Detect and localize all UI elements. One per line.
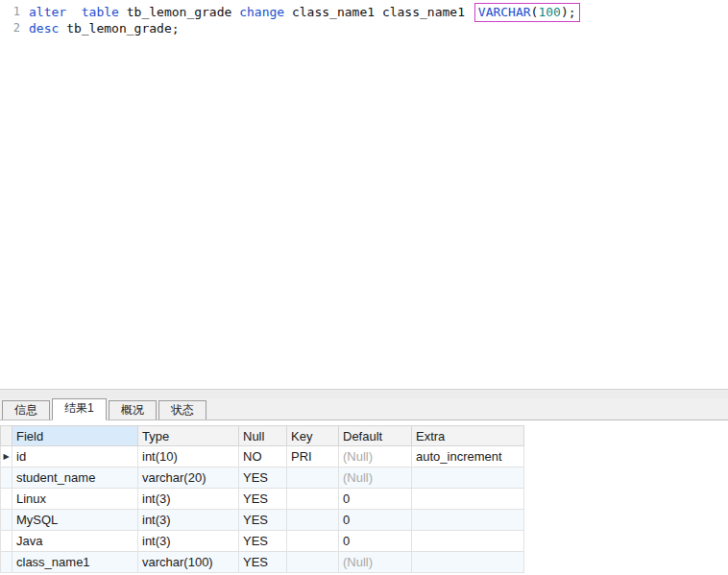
- code-text: desc tb_lemon_grade;: [29, 20, 180, 36]
- grid-cell[interactable]: 0: [339, 510, 412, 531]
- column-header-null[interactable]: Null: [239, 426, 287, 446]
- grid-cell[interactable]: YES: [239, 467, 287, 489]
- row-indicator: [1, 489, 12, 510]
- grid-cell[interactable]: [412, 531, 524, 552]
- header-row: FieldTypeNullKeyDefaultExtra: [1, 426, 524, 446]
- grid-cell[interactable]: YES: [239, 531, 287, 552]
- code-token: desc: [29, 21, 59, 36]
- grid-cell[interactable]: int(3): [138, 531, 239, 552]
- grid-cell[interactable]: [287, 467, 339, 489]
- grid-cell[interactable]: YES: [239, 510, 287, 531]
- code-token: table: [82, 5, 119, 19]
- code-token: tb_lemon_grade: [119, 5, 239, 19]
- grid-cell[interactable]: (Null): [339, 467, 412, 489]
- code-token: class_name1 class_name1: [284, 5, 473, 19]
- column-header-default[interactable]: Default: [339, 426, 412, 446]
- results-tabbar: 信息 结果1 概况 状态: [0, 398, 728, 420]
- grid-cell[interactable]: MySQL: [12, 510, 138, 531]
- table-row[interactable]: Javaint(3)YES0: [1, 531, 524, 552]
- column-header-extra[interactable]: Extra: [412, 426, 524, 446]
- grid-cell[interactable]: class_name1: [12, 552, 138, 573]
- tab-info[interactable]: 信息: [2, 400, 50, 419]
- table-row[interactable]: class_name1varchar(100)YES(Null): [1, 552, 524, 573]
- grid-cell[interactable]: [412, 510, 524, 531]
- grid-cell[interactable]: [412, 467, 524, 489]
- code-token: ;: [569, 5, 576, 19]
- column-header-field[interactable]: Field: [12, 426, 138, 446]
- grid-cell[interactable]: [287, 531, 339, 552]
- code-text: alter table tb_lemon_grade change class_…: [29, 4, 580, 20]
- sql-client-window: 1alter table tb_lemon_grade change class…: [0, 0, 728, 575]
- grid-cell[interactable]: int(10): [138, 446, 239, 467]
- line-number: 2: [0, 20, 29, 36]
- tab-profile[interactable]: 概况: [109, 400, 157, 419]
- grid-cell[interactable]: Java: [12, 531, 138, 552]
- table-row[interactable]: ▶idint(10)NOPRI(Null)auto_increment: [1, 446, 524, 467]
- column-header-key[interactable]: Key: [287, 426, 339, 446]
- row-indicator: [1, 510, 12, 531]
- grid-cell[interactable]: varchar(100): [138, 552, 239, 573]
- row-indicator: [1, 552, 12, 573]
- code-token: 100: [538, 5, 560, 19]
- table-row[interactable]: MySQLint(3)YES0: [1, 510, 524, 531]
- grid-cell[interactable]: auto_increment: [412, 446, 524, 467]
- results-table: FieldTypeNullKeyDefaultExtra▶idint(10)NO…: [0, 425, 524, 573]
- table-row[interactable]: Linuxint(3)YES0: [1, 489, 524, 510]
- grid-cell[interactable]: [287, 510, 339, 531]
- grid-cell[interactable]: PRI: [287, 446, 339, 467]
- code-token: ): [561, 5, 569, 19]
- grid-cell[interactable]: YES: [239, 552, 287, 573]
- code-token: change: [239, 5, 284, 19]
- grid-cell[interactable]: [412, 552, 524, 573]
- grid-cell[interactable]: YES: [239, 489, 287, 510]
- sql-editor[interactable]: 1alter table tb_lemon_grade change class…: [0, 0, 728, 389]
- grid-cell[interactable]: (Null): [339, 446, 412, 467]
- grid-cell[interactable]: id: [12, 446, 138, 467]
- code-token: alter: [29, 5, 66, 19]
- indicator-header: [1, 426, 12, 446]
- grid-cell[interactable]: [412, 489, 524, 510]
- grid-cell[interactable]: varchar(20): [138, 467, 239, 489]
- column-header-type[interactable]: Type: [138, 426, 239, 446]
- editor-line[interactable]: 2desc tb_lemon_grade;: [0, 20, 728, 36]
- grid-cell[interactable]: [287, 489, 339, 510]
- grid-cell[interactable]: NO: [239, 446, 287, 467]
- grid-cell[interactable]: [287, 552, 339, 573]
- code-token: [66, 5, 82, 19]
- tab-result1[interactable]: 结果1: [52, 398, 107, 420]
- grid-cell[interactable]: student_name: [12, 467, 138, 489]
- grid-cell[interactable]: (Null): [339, 552, 412, 573]
- grid-cell[interactable]: int(3): [138, 489, 239, 510]
- code-token: VARCHAR: [478, 5, 531, 19]
- current-row-indicator: ▶: [1, 446, 12, 467]
- tab-status[interactable]: 状态: [158, 400, 206, 419]
- code-token: tb_lemon_grade;: [59, 21, 179, 36]
- grid-cell[interactable]: 0: [339, 531, 412, 552]
- table-row[interactable]: student_namevarchar(20)YES(Null): [1, 467, 524, 489]
- grid-cell[interactable]: Linux: [12, 489, 138, 510]
- autocomplete-hint-box: VARCHAR(100);: [474, 3, 580, 22]
- editor-line[interactable]: 1alter table tb_lemon_grade change class…: [0, 4, 728, 20]
- grid-cell[interactable]: 0: [339, 489, 412, 510]
- row-indicator: [1, 531, 12, 552]
- results-grid-area: FieldTypeNullKeyDefaultExtra▶idint(10)NO…: [0, 420, 728, 575]
- line-number: 1: [0, 4, 29, 20]
- grid-cell[interactable]: int(3): [138, 510, 239, 531]
- panel-splitter[interactable]: [0, 389, 728, 398]
- row-indicator: [1, 467, 12, 489]
